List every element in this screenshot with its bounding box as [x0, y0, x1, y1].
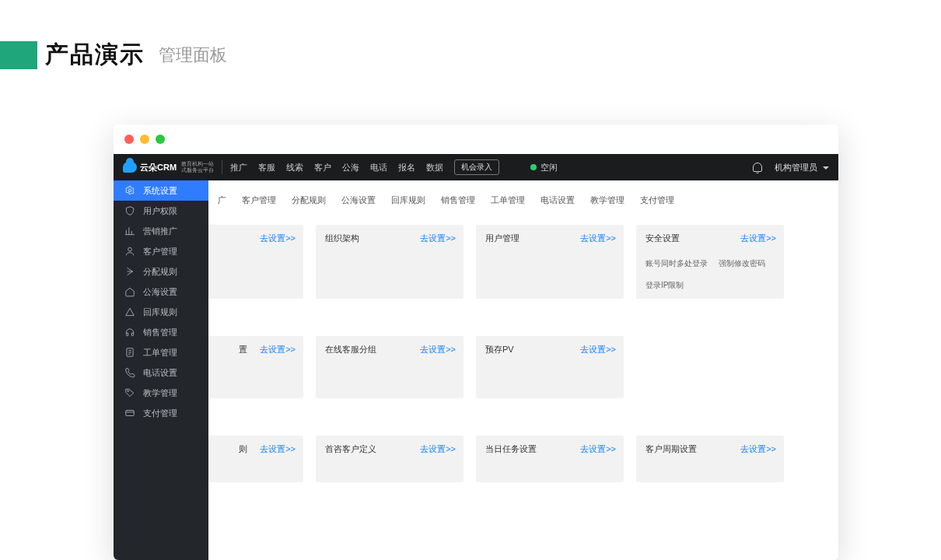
- settings-icon: [124, 185, 135, 196]
- go-settings-link[interactable]: 去设置>>: [420, 233, 456, 244]
- user-label: 机构管理员: [775, 163, 817, 172]
- go-settings-link[interactable]: 去设置>>: [260, 233, 296, 244]
- doc-icon: [124, 347, 135, 358]
- tab-item[interactable]: 广: [218, 191, 234, 209]
- sidebar-item-person[interactable]: 客户管理: [114, 241, 208, 261]
- tab-item[interactable]: 回库规则: [383, 191, 433, 209]
- card-row: 去设置>>组织架构去设置>>用户管理去设置>>安全设置去设置>>账号同时多处登录…: [208, 225, 838, 299]
- svg-point-1: [128, 247, 132, 251]
- sidebar: 系统设置用户权限营销推广客户管理分配规则公海设置回库规则销售管理工单管理电话设置…: [114, 180, 208, 560]
- go-settings-link[interactable]: 去设置>>: [580, 344, 616, 355]
- window-minimize-button[interactable]: [140, 135, 149, 144]
- sidebar-item-triangle[interactable]: 回库规则: [114, 302, 208, 322]
- headset-icon: [124, 327, 135, 338]
- top-nav-item[interactable]: 线索: [286, 162, 303, 173]
- sidebar-item-label: 客户管理: [143, 246, 177, 257]
- house-icon: [124, 286, 135, 297]
- tab-item[interactable]: 电话设置: [533, 191, 582, 209]
- sidebar-item-tag[interactable]: 教学管理: [114, 383, 208, 403]
- triangle-icon: [124, 306, 135, 317]
- user-menu[interactable]: 机构管理员: [775, 162, 829, 173]
- sidebar-item-doc[interactable]: 工单管理: [114, 342, 208, 362]
- sidebar-item-shield[interactable]: 用户权限: [114, 201, 208, 221]
- settings-card: 安全设置去设置>>账号同时多处登录强制修改密码登录IP限制: [636, 225, 784, 299]
- page-title-main: 产品演示: [45, 39, 145, 71]
- card-subitem[interactable]: 强制修改密码: [719, 258, 765, 269]
- page-header: 产品演示 管理面板: [0, 39, 227, 71]
- card-sublines: 账号同时多处登录强制修改密码登录IP限制: [645, 258, 775, 291]
- settings-card: 当日任务设置去设置>>: [476, 436, 624, 482]
- go-settings-link[interactable]: 去设置>>: [740, 443, 776, 455]
- sidebar-item-label: 分配规则: [143, 266, 177, 278]
- card-subitem[interactable]: 账号同时多处登录: [645, 258, 708, 269]
- tab-item[interactable]: 支付管理: [632, 191, 682, 209]
- svg-point-3: [128, 390, 129, 392]
- top-nav-item[interactable]: 客服: [258, 162, 275, 173]
- sidebar-item-label: 教学管理: [143, 387, 177, 399]
- sidebar-item-label: 系统设置: [143, 185, 177, 197]
- sidebar-item-card[interactable]: 支付管理: [114, 403, 208, 423]
- tab-item[interactable]: 分配规则: [284, 191, 334, 209]
- tab-item[interactable]: 工单管理: [483, 191, 533, 209]
- top-nav-item[interactable]: 报名: [398, 162, 415, 173]
- tab-item[interactable]: 客户管理: [234, 191, 284, 209]
- card-subitem[interactable]: 登录IP限制: [645, 280, 684, 291]
- tab-item[interactable]: 教学管理: [582, 191, 632, 209]
- phone-icon: [124, 367, 135, 378]
- sidebar-item-label: 支付管理: [143, 408, 177, 419]
- sidebar-item-headset[interactable]: 销售管理: [114, 322, 208, 342]
- notifications-icon[interactable]: [753, 163, 762, 172]
- window-titlebar: [114, 124, 838, 154]
- app-logo: 云朵CRM 教育机构一站 式服务云平台: [123, 161, 214, 173]
- sidebar-item-chart[interactable]: 营销推广: [114, 221, 208, 241]
- go-settings-link[interactable]: 去设置>>: [580, 443, 616, 455]
- sidebar-item-settings[interactable]: 系统设置: [114, 180, 208, 201]
- logo-subtext: 教育机构一站 式服务云平台: [181, 161, 214, 173]
- settings-card: 则去设置>>: [208, 436, 303, 482]
- status-label: 空闲: [540, 162, 558, 173]
- top-nav-item[interactable]: 推广: [230, 162, 247, 173]
- cards-wrap: 去设置>>组织架构去设置>>用户管理去设置>>安全设置去设置>>账号同时多处登录…: [208, 209, 838, 482]
- top-nav-item[interactable]: 数据: [426, 162, 443, 173]
- top-nav-item[interactable]: 公海: [342, 162, 359, 173]
- sidebar-item-share[interactable]: 分配规则: [114, 261, 208, 282]
- settings-card: 预存PV去设置>>: [476, 336, 624, 398]
- cloud-icon: [123, 162, 137, 173]
- top-nav-item[interactable]: 客户: [314, 162, 331, 173]
- go-settings-link[interactable]: 去设置>>: [260, 344, 296, 355]
- sidebar-item-house[interactable]: 公海设置: [114, 282, 208, 302]
- accent-block: [0, 41, 37, 69]
- go-settings-link[interactable]: 去设置>>: [260, 443, 296, 455]
- share-icon: [124, 266, 135, 277]
- chart-icon: [124, 226, 135, 236]
- sidebar-item-label: 公海设置: [143, 286, 177, 298]
- logo-text: 云朵CRM: [140, 162, 177, 173]
- content-area: 广客户管理分配规则公海设置回库规则销售管理工单管理电话设置教学管理支付管理 去设…: [208, 180, 838, 560]
- status-indicator[interactable]: 空闲: [530, 162, 558, 173]
- tab-strip: 广客户管理分配规则公海设置回库规则销售管理工单管理电话设置教学管理支付管理: [208, 180, 838, 209]
- settings-card: 客户周期设置去设置>>: [636, 436, 784, 482]
- record-opportunity-button[interactable]: 机会录入: [454, 159, 499, 175]
- go-settings-link[interactable]: 去设置>>: [420, 443, 456, 455]
- sidebar-item-label: 工单管理: [143, 347, 177, 359]
- status-dot-icon: [530, 164, 537, 170]
- settings-card: 组织架构去设置>>: [316, 225, 464, 299]
- go-settings-link[interactable]: 去设置>>: [580, 233, 616, 244]
- card-icon: [124, 408, 135, 418]
- chevron-down-icon: [823, 166, 829, 170]
- tab-item[interactable]: 销售管理: [433, 191, 483, 209]
- shield-icon: [124, 205, 135, 216]
- tab-item[interactable]: 公海设置: [334, 191, 383, 209]
- sidebar-item-label: 营销推广: [143, 226, 177, 237]
- window-close-button[interactable]: [124, 135, 134, 144]
- settings-card: 在线客服分组去设置>>: [316, 336, 464, 398]
- top-nav-item[interactable]: 电话: [370, 162, 387, 173]
- sidebar-item-label: 用户权限: [143, 205, 177, 217]
- go-settings-link[interactable]: 去设置>>: [420, 344, 456, 355]
- window-maximize-button[interactable]: [156, 135, 165, 144]
- settings-card: 首咨客户定义去设置>>: [316, 436, 464, 482]
- page-title-sub: 管理面板: [159, 44, 227, 67]
- go-settings-link[interactable]: 去设置>>: [740, 233, 776, 244]
- sidebar-item-phone[interactable]: 电话设置: [114, 362, 208, 383]
- svg-rect-4: [126, 411, 135, 416]
